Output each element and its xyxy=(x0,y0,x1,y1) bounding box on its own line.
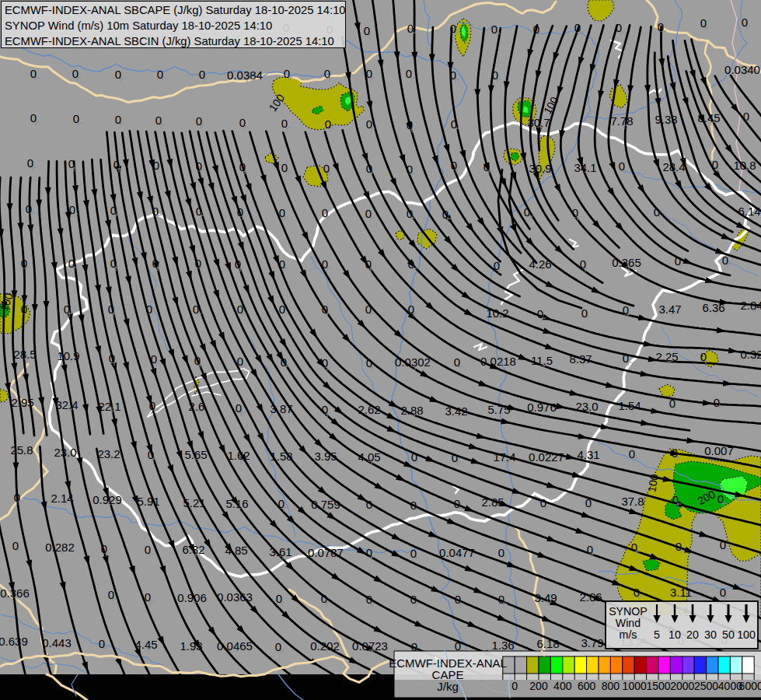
svg-text:25.8: 25.8 xyxy=(10,443,33,457)
svg-text:0: 0 xyxy=(700,350,707,363)
svg-text:0: 0 xyxy=(580,257,586,271)
svg-text:0: 0 xyxy=(722,254,728,267)
svg-text:17.4: 17.4 xyxy=(493,450,515,464)
svg-text:0: 0 xyxy=(407,22,414,35)
svg-text:10: 10 xyxy=(668,628,681,641)
svg-text:2.06: 2.06 xyxy=(579,590,602,604)
svg-text:600: 600 xyxy=(578,680,596,692)
svg-text:3.95: 3.95 xyxy=(314,450,337,463)
svg-text:0: 0 xyxy=(281,355,287,369)
svg-text:0: 0 xyxy=(281,117,288,130)
svg-text:0: 0 xyxy=(408,257,414,271)
svg-text:0: 0 xyxy=(145,543,151,556)
svg-text:0: 0 xyxy=(21,257,27,270)
svg-text:0: 0 xyxy=(366,356,372,369)
svg-text:0: 0 xyxy=(452,451,458,464)
svg-text:200: 200 xyxy=(529,680,548,692)
svg-text:0: 0 xyxy=(109,352,115,365)
svg-text:0.365: 0.365 xyxy=(612,256,641,269)
svg-text:0: 0 xyxy=(511,680,518,692)
svg-text:0: 0 xyxy=(454,497,460,510)
svg-text:50: 50 xyxy=(722,628,735,641)
svg-text:1.54: 1.54 xyxy=(618,399,641,412)
svg-text:0: 0 xyxy=(587,543,593,556)
svg-text:0: 0 xyxy=(742,16,748,29)
svg-text:1500: 1500 xyxy=(646,680,670,692)
svg-text:0.0302: 0.0302 xyxy=(395,355,431,369)
svg-text:SYNOP: SYNOP xyxy=(609,605,648,618)
svg-text:0: 0 xyxy=(279,303,285,316)
svg-text:0: 0 xyxy=(30,67,37,80)
svg-text:400: 400 xyxy=(553,680,572,692)
svg-text:0: 0 xyxy=(99,637,105,650)
svg-text:0: 0 xyxy=(322,403,328,416)
svg-text:0: 0 xyxy=(323,162,330,175)
svg-text:23.0: 23.0 xyxy=(575,400,598,413)
svg-text:4.05: 4.05 xyxy=(358,450,380,464)
svg-text:8.37: 8.37 xyxy=(569,352,592,366)
svg-text:0: 0 xyxy=(108,303,114,316)
svg-text:0: 0 xyxy=(325,117,331,131)
svg-text:J/kg: J/kg xyxy=(437,680,459,693)
svg-text:0: 0 xyxy=(408,303,414,316)
svg-text:8.45: 8.45 xyxy=(697,111,720,124)
svg-text:2.62: 2.62 xyxy=(358,403,380,416)
svg-text:0: 0 xyxy=(498,546,504,559)
svg-text:0: 0 xyxy=(366,546,372,559)
svg-text:2.95: 2.95 xyxy=(11,396,33,409)
svg-text:0: 0 xyxy=(196,114,202,128)
svg-text:0.0384: 0.0384 xyxy=(227,68,263,82)
svg-text:0: 0 xyxy=(366,162,372,175)
svg-text:0: 0 xyxy=(278,497,285,510)
svg-text:0.366: 0.366 xyxy=(0,586,30,600)
svg-text:1.36: 1.36 xyxy=(491,639,514,652)
svg-text:6.32: 6.32 xyxy=(182,543,204,556)
svg-text:0: 0 xyxy=(322,257,328,271)
svg-text:0: 0 xyxy=(110,204,117,217)
svg-text:30: 30 xyxy=(704,628,717,641)
svg-text:0: 0 xyxy=(322,356,328,369)
svg-text:0: 0 xyxy=(675,254,681,268)
svg-text:0: 0 xyxy=(720,586,726,599)
svg-text:34.1: 34.1 xyxy=(574,161,596,174)
svg-text:0: 0 xyxy=(712,158,718,171)
svg-text:0: 0 xyxy=(237,205,243,219)
svg-text:0: 0 xyxy=(537,307,543,320)
svg-text:0: 0 xyxy=(284,67,290,80)
svg-text:0: 0 xyxy=(73,112,79,125)
svg-text:0: 0 xyxy=(407,207,413,220)
svg-text:0: 0 xyxy=(322,206,328,219)
svg-text:0: 0 xyxy=(631,541,637,554)
svg-text:0: 0 xyxy=(494,259,500,272)
svg-text:0.007: 0.007 xyxy=(704,444,734,457)
svg-text:9.33: 9.33 xyxy=(655,113,677,126)
svg-text:37.8: 37.8 xyxy=(621,495,644,508)
svg-text:1.58: 1.58 xyxy=(270,450,292,463)
svg-text:2.84: 2.84 xyxy=(740,299,761,312)
svg-text:0: 0 xyxy=(365,257,372,271)
svg-text:0: 0 xyxy=(411,450,417,464)
svg-text:28.4: 28.4 xyxy=(662,160,685,173)
svg-text:0: 0 xyxy=(634,586,640,599)
svg-text:0: 0 xyxy=(491,23,497,36)
svg-text:0: 0 xyxy=(483,160,490,173)
svg-text:3.79: 3.79 xyxy=(581,636,603,649)
svg-text:0: 0 xyxy=(101,542,107,555)
svg-text:0: 0 xyxy=(157,68,163,81)
svg-text:0: 0 xyxy=(623,303,629,317)
svg-text:0: 0 xyxy=(115,113,121,126)
svg-text:0: 0 xyxy=(572,206,578,219)
svg-text:0: 0 xyxy=(30,111,37,124)
svg-text:6.18: 6.18 xyxy=(536,637,559,650)
svg-text:0: 0 xyxy=(322,303,328,316)
svg-text:0: 0 xyxy=(152,257,159,270)
svg-text:0: 0 xyxy=(146,303,152,316)
svg-text:0: 0 xyxy=(155,114,162,127)
svg-text:0: 0 xyxy=(68,157,75,170)
svg-text:6000: 6000 xyxy=(739,680,761,692)
svg-text:0: 0 xyxy=(410,499,417,512)
svg-text:0: 0 xyxy=(366,593,372,606)
svg-text:0: 0 xyxy=(450,22,456,35)
svg-text:7.78: 7.78 xyxy=(610,114,633,128)
svg-text:0: 0 xyxy=(669,397,675,410)
